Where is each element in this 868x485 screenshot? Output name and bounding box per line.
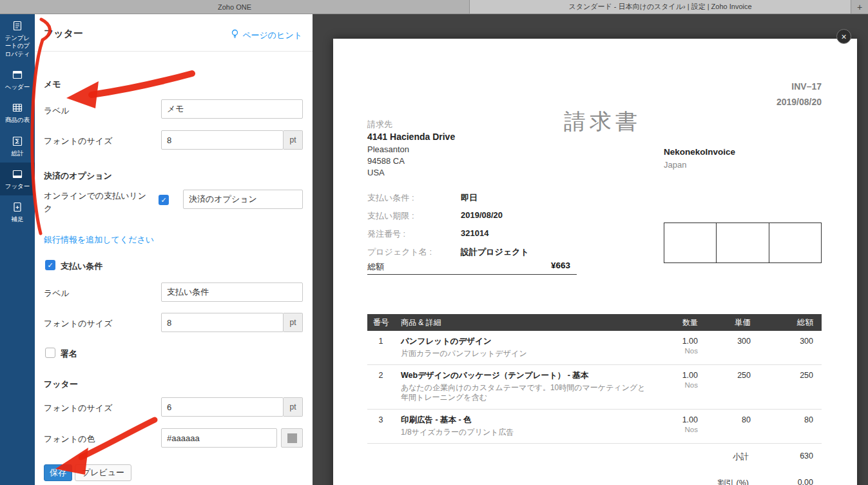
sidebar-item-label: テンプレートのプロパティ [1,34,34,58]
annexure-icon [12,202,23,212]
bill-to-caption: 請求先 [367,119,392,130]
font-color-picker-button[interactable] [281,428,303,448]
sidebar-item-label: フッター [3,183,32,190]
panel-title: フッター [44,28,83,40]
discount-label: 割引 (%) [671,478,749,485]
sidebar-item-total[interactable]: 総計 [0,130,35,163]
col-header-rate: 単価 [712,317,764,328]
discount-value: 0.00 [749,478,813,485]
row-no: 2 [367,371,394,403]
bill-to-address-line: Pleasanton [367,144,409,154]
bill-to-address-line: 4141 Hacienda Drive [367,132,455,142]
col-header-amount: 総額 [764,317,822,328]
item-unit: Nos [651,426,698,433]
footer-font-color-input[interactable] [161,428,277,448]
browser-tab-bar: Zoho ONE スタンダード - 日本向けのスタイル› | 設定 | Zoho… [0,0,868,14]
browser-tab-zoho-invoice[interactable]: スタンダード - 日本向けのスタイル› | 設定 | Zoho Invoice [470,0,851,14]
sidebar-item-label: 商品の表 [3,116,32,124]
item-qty: 1.00 [651,371,698,380]
app-window: Zoho ONE スタンダード - 日本向けのスタイル› | 設定 | Zoho… [0,0,868,485]
browser-tab-zoho-one[interactable]: Zoho ONE [0,0,470,14]
online-payment-caption: オンラインでの支払いリンク [44,190,153,215]
sidebar-item-template-properties[interactable]: テンプレートのプロパティ [0,14,35,63]
lightbulb-icon [231,29,239,41]
footer-font-size-unit: pt [284,397,303,417]
stamp-cell [664,223,717,262]
signature-checkbox-label: 署名 [61,348,77,360]
sidebar-item-label: 補足 [10,215,26,223]
col-header-item: 商品 & 詳細 [394,317,651,328]
table-row: 1 パンフレットのデザイン 片面カラーのパンフレットデザイン 1.00 Nos … [367,331,822,365]
table-row: 3 印刷広告 - 基本 - 色 1/8サイズカラーのプリント広告 1.00 No… [367,410,822,444]
online-payment-checkbox[interactable] [159,195,169,205]
item-unit: Nos [651,347,698,355]
footer-section-heading: フッター [44,379,78,390]
memo-label-input[interactable] [161,99,303,119]
payment-section-heading: 決済のオプション [44,170,112,182]
invoice-doc-title: 請求書 [564,107,641,137]
company-country: Japan [664,160,686,170]
col-header-qty: 数量 [651,317,712,328]
terms-font-size-caption: フォントのサイズ [44,318,112,330]
color-swatch [287,433,297,443]
item-amount: 300 [764,337,822,359]
item-description: 片面カラーのパンフレットデザイン [401,349,651,359]
table-row: 2 Webデザインのパッケージ（テンプレート） - 基本 あなたの企業向けのカス… [367,365,822,410]
footer-font-size-caption: フォントのサイズ [44,402,112,414]
online-payment-input[interactable] [183,190,303,209]
page-hint-link[interactable]: ページのヒント [231,29,302,41]
memo-section-heading: メモ [44,79,61,90]
meta-value: 2019/08/20 [461,210,503,220]
invoice-page: INV–17 2019/08/20 請求先 4141 Hacienda Driv… [333,39,857,485]
invoice-number: INV–17 [791,81,822,92]
item-rate: 80 [712,415,764,437]
add-bank-info-link[interactable]: 銀行情報を追加してください [44,234,154,246]
row-no: 3 [367,415,394,437]
item-name: パンフレットのデザイン [401,337,651,347]
sidebar-item-header[interactable]: ヘッダー [0,63,35,96]
template-properties-icon [12,21,23,31]
footer-font-color-caption: フォントの色 [44,433,95,445]
meta-value: 即日 [461,192,477,204]
tab-title: スタンダード - 日本向けのスタイル› | 設定 | Zoho Invoice [568,2,751,12]
terms-font-size-input[interactable] [161,313,284,332]
sidebar-item-annexure[interactable]: 補足 [0,195,35,228]
payment-terms-checkbox[interactable] [45,260,55,270]
grand-total-row: 総額 ¥663 [367,259,577,275]
item-description: あなたの企業向けのカスタムテーマです。10時間のマーケティングと年間トレーニング… [401,383,651,403]
discount-row: 割引 (%) 0.00 [367,470,822,485]
footer-font-size-input[interactable] [161,397,284,417]
item-qty: 1.00 [651,337,698,346]
row-no: 1 [367,337,394,359]
subtotal-label: 小計 [671,451,749,462]
preview-button[interactable]: プレビュー [75,464,131,481]
new-tab-button[interactable]: + [851,0,868,14]
save-button[interactable]: 保存 [44,464,72,481]
memo-font-size-input[interactable] [161,130,284,150]
item-unit: Nos [651,381,698,389]
item-qty: 1.00 [651,415,698,424]
item-description: 1/8サイズカラーのプリント広告 [401,428,651,438]
invoice-preview-area: × INV–17 2019/08/20 請求先 4141 Hacienda Dr… [313,14,868,485]
meta-label: プロジェクト名 : [367,246,432,258]
memo-font-size-unit: pt [284,130,303,150]
terms-label-input[interactable] [161,282,303,302]
col-header-no: 番号 [367,317,394,328]
meta-label: 支払い条件 : [367,192,414,204]
footer-settings-panel: フッター ページのヒント メモ ラベル フォントのサイズ pt 決済のオプション… [35,14,313,485]
close-preview-icon[interactable]: × [836,29,851,44]
signature-checkbox[interactable] [45,348,55,358]
sidebar-item-item-table[interactable]: 商品の表 [0,96,35,129]
meta-label: 発注番号 : [367,228,405,240]
header-section-icon [12,70,23,80]
item-name: Webデザインのパッケージ（テンプレート） - 基本 [401,371,651,381]
stamp-boxes [664,223,822,263]
terms-font-size-unit: pt [284,313,303,332]
bill-to-address-line: 94588 CA [367,156,405,166]
invoice-date: 2019/08/20 [776,97,822,107]
sidebar-item-label: ヘッダー [3,83,32,91]
meta-label: 支払い期限 : [367,210,414,222]
sidebar-item-footer[interactable]: フッター [0,163,35,195]
grand-total-value: ¥663 [551,261,570,270]
meta-value: 321014 [461,228,488,238]
